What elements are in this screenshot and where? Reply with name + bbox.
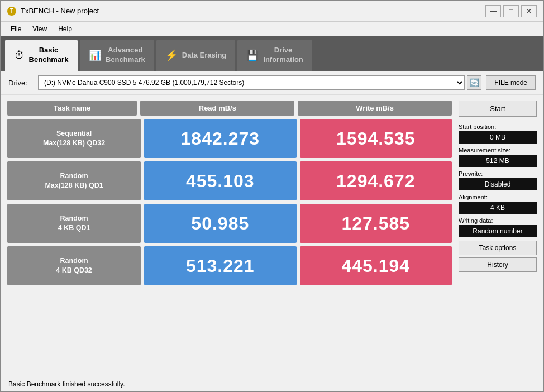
tab-basic-benchmark[interactable]: ⏱ BasicBenchmark (5, 40, 78, 71)
status-bar: Basic Benchmark finished successfully. (1, 376, 543, 391)
start-button[interactable]: Start (459, 101, 537, 117)
status-text: Basic Benchmark finished successfully. (8, 380, 125, 388)
drive-row: Drive: (D:) NVMe Dahua C900 SSD 5 476.92… (1, 71, 543, 95)
tab-drive-information-label: DriveInformation (263, 46, 303, 65)
drive-information-icon: 💾 (246, 50, 259, 60)
tab-advanced-benchmark[interactable]: 📊 AdvancedBenchmark (80, 40, 154, 71)
menu-view[interactable]: View (27, 24, 53, 34)
table-row: Random4 KB QD32 513.221 445.194 (7, 246, 452, 285)
write-random-128kb-qd1: 1294.672 (300, 161, 452, 200)
prewrite-value: Disabled (459, 178, 537, 190)
main-split: Task name Read mB/s Write mB/s Sequentia… (1, 95, 543, 376)
header-write: Write mB/s (298, 101, 452, 116)
title-controls: — □ ✕ (485, 5, 537, 17)
read-sequential-qd32: 1842.273 (144, 119, 296, 158)
main-window: T TxBENCH - New project — □ ✕ File View … (0, 0, 544, 392)
tab-advanced-benchmark-label: AdvancedBenchmark (106, 46, 145, 65)
benchmark-table: Task name Read mB/s Write mB/s Sequentia… (7, 101, 452, 376)
read-random-4kb-qd1: 50.985 (144, 204, 296, 243)
drive-label: Drive: (8, 79, 34, 87)
title-bar-left: T TxBENCH - New project (7, 7, 99, 16)
menu-help[interactable]: Help (53, 24, 78, 34)
alignment-label: Alignment: (459, 194, 537, 200)
table-row: SequentialMax(128 KB) QD32 1842.273 1594… (7, 119, 452, 158)
history-button[interactable]: History (459, 257, 537, 272)
right-panel: Start Start position: 0 MB Measurement s… (459, 101, 537, 376)
drive-select-wrapper: (D:) NVMe Dahua C900 SSD 5 476.92 GB (1,… (38, 75, 481, 90)
app-icon: T (7, 7, 16, 16)
maximize-button[interactable]: □ (503, 5, 519, 17)
tab-data-erasing[interactable]: ⚡ Data Erasing (156, 40, 235, 71)
read-random-128kb-qd1: 455.103 (144, 161, 296, 200)
task-sequential-qd32: SequentialMax(128 KB) QD32 (7, 119, 141, 158)
title-bar: T TxBENCH - New project — □ ✕ (1, 1, 543, 22)
basic-benchmark-icon: ⏱ (15, 50, 25, 60)
menu-bar: File View Help (1, 22, 543, 36)
advanced-benchmark-icon: 📊 (89, 50, 101, 60)
task-options-button[interactable]: Task options (459, 241, 537, 255)
start-position-label: Start position: (459, 123, 537, 130)
drive-select[interactable]: (D:) NVMe Dahua C900 SSD 5 476.92 GB (1,… (38, 75, 465, 90)
measurement-size-label: Measurement size: (459, 147, 537, 154)
measurement-size-value: 512 MB (459, 155, 537, 167)
write-random-4kb-qd1: 127.585 (300, 204, 452, 243)
write-sequential-qd32: 1594.535 (300, 119, 452, 158)
alignment-value: 4 KB (459, 202, 537, 214)
file-mode-button[interactable]: FILE mode (486, 75, 536, 90)
tab-basic-benchmark-label: BasicBenchmark (29, 46, 69, 65)
minimize-button[interactable]: — (485, 5, 501, 17)
tab-bar: ⏱ BasicBenchmark 📊 AdvancedBenchmark ⚡ D… (1, 36, 543, 71)
writing-data-value: Random number (459, 225, 537, 237)
prewrite-label: Prewrite: (459, 170, 537, 177)
close-button[interactable]: ✕ (521, 5, 537, 17)
header-task: Task name (7, 101, 137, 116)
read-random-4kb-qd32: 513.221 (144, 246, 296, 285)
task-random-4kb-qd1: Random4 KB QD1 (7, 204, 141, 243)
data-erasing-icon: ⚡ (165, 50, 178, 60)
task-random-4kb-qd32: Random4 KB QD32 (7, 246, 141, 285)
table-row: RandomMax(128 KB) QD1 455.103 1294.672 (7, 161, 452, 200)
window-title: TxBENCH - New project (21, 7, 99, 15)
task-random-128kb-qd1: RandomMax(128 KB) QD1 (7, 161, 141, 200)
drive-refresh-button[interactable]: 🔄 (467, 75, 481, 90)
table-header: Task name Read mB/s Write mB/s (7, 101, 452, 116)
writing-data-label: Writing data: (459, 217, 537, 224)
menu-file[interactable]: File (5, 24, 27, 34)
start-position-value: 0 MB (459, 131, 537, 144)
table-row: Random4 KB QD1 50.985 127.585 (7, 204, 452, 243)
write-random-4kb-qd32: 445.194 (300, 246, 452, 285)
tab-data-erasing-label: Data Erasing (182, 51, 226, 60)
content-area: Drive: (D:) NVMe Dahua C900 SSD 5 476.92… (1, 71, 543, 391)
tab-drive-information[interactable]: 💾 DriveInformation (237, 40, 312, 71)
header-read: Read mB/s (140, 101, 294, 116)
